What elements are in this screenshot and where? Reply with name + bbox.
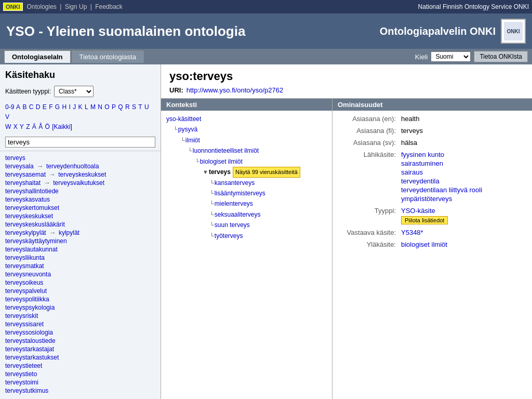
alpha-w[interactable]: W — [5, 123, 11, 130]
uri-link[interactable]: http://www.yso.fi/onto/yso/p2762 — [187, 86, 283, 94]
list-item: terveyslautakunnat — [5, 245, 155, 253]
vastaava-link[interactable]: Y5348* — [401, 229, 423, 236]
result-link[interactable]: terveysala — [5, 163, 34, 170]
result-link[interactable]: terveyshaitat — [5, 179, 41, 187]
tree-connector[interactable]: ▼ — [203, 167, 208, 177]
alpha-c[interactable]: C — [29, 103, 34, 111]
alpha-q[interactable]: Q — [118, 103, 123, 111]
result-link[interactable]: terveyssosiologia — [5, 329, 53, 336]
tyyppi-link[interactable]: YSO-käsite — [401, 207, 435, 215]
alpha-o[interactable]: O — [104, 103, 109, 111]
result-link[interactable]: terveyslautakunnat — [5, 246, 58, 253]
result-link[interactable]: terveyssisaret — [5, 321, 44, 328]
alpha-l[interactable]: L — [85, 103, 88, 111]
tree-link[interactable]: yso-käsitteet — [166, 114, 201, 124]
result-link[interactable]: terveysoikeus — [5, 279, 43, 286]
alpha-e[interactable]: E — [43, 103, 47, 111]
tree-link[interactable]: luonnontieteelliset ilmiöt — [193, 145, 259, 156]
alpha-a-uml[interactable]: Ä — [32, 123, 36, 130]
alpha-s[interactable]: S — [132, 103, 136, 111]
result-link[interactable]: terveyshallintotiede — [5, 188, 59, 195]
tree-node: └biologiset ilmiöt — [166, 156, 327, 167]
search-input[interactable] — [5, 137, 155, 148]
alpha-n[interactable]: N — [98, 103, 102, 111]
alpha-o-uml[interactable]: Ö — [45, 123, 50, 130]
tree-link[interactable]: pysyvä — [178, 124, 197, 135]
tab-ontologiaselaln[interactable]: Ontologiaselaln — [4, 50, 71, 63]
onki-info-button[interactable]: Tietoa ONKIsta — [474, 51, 528, 62]
tree-link[interactable]: mielenterveys — [215, 198, 253, 209]
tree-node: └luonnontieteelliset ilmiöt — [166, 145, 327, 156]
alpha-v[interactable]: V — [5, 113, 9, 121]
result-link[interactable]: terveystieteet — [5, 362, 42, 369]
lahikasite-link[interactable]: ympäristöterveys — [401, 195, 482, 203]
tree-link[interactable]: ilmiöt — [185, 135, 200, 145]
result-link[interactable]: terveyspolitiikka — [5, 296, 49, 303]
tree-link[interactable]: suun terveys — [215, 220, 250, 230]
lahikasite-link[interactable]: sairaus — [401, 168, 482, 176]
result-link[interactable]: terveystoimi — [5, 379, 38, 386]
alpha-i[interactable]: I — [69, 103, 71, 111]
alpha-kaikki[interactable]: [Kaikki] — [52, 123, 72, 130]
alpha-x[interactable]: X — [14, 123, 18, 130]
alpha-h[interactable]: H — [62, 103, 67, 111]
result-target-link[interactable]: terveydenhuoltoala — [46, 163, 99, 170]
alpha-a-ring[interactable]: Å — [38, 123, 43, 130]
result-link[interactable]: terveyskylpylät — [5, 229, 46, 236]
alpha-a[interactable]: A — [16, 103, 20, 111]
result-link[interactable]: terveysneuvonta — [5, 271, 51, 278]
lahikasite-link[interactable]: sairastuminen — [401, 159, 482, 167]
result-link[interactable]: terveystieto — [5, 370, 37, 378]
result-link[interactable]: terveyskasvatus — [5, 196, 50, 203]
result-link[interactable]: terveyskertomukset — [5, 204, 59, 211]
lahikasite-link[interactable]: fyysinen kunto — [401, 151, 482, 158]
tree-link[interactable]: lisääntymisterveys — [215, 188, 265, 198]
alpha-t[interactable]: T — [138, 103, 142, 111]
tree-link[interactable]: työterveys — [215, 231, 243, 241]
lang-select[interactable]: Suomi English Svenska — [431, 51, 471, 62]
tree-link[interactable]: seksuaaliterveys — [215, 209, 261, 220]
ontologies-link[interactable]: Ontologies — [27, 3, 57, 10]
result-link[interactable]: terveysmatkat — [5, 262, 44, 270]
result-target-link[interactable]: terveysvaikutukset — [53, 179, 104, 187]
alpha-m[interactable]: M — [90, 103, 96, 111]
lahikasite-link[interactable]: terveydentilaan liittyvä rooli — [401, 186, 482, 194]
alpha-u[interactable]: U — [144, 103, 149, 111]
alpha-y[interactable]: Y — [20, 123, 24, 130]
result-link[interactable]: terveysliikunta — [5, 254, 45, 261]
concept-type-select[interactable]: Class* Class Property — [54, 86, 94, 97]
alpha-z[interactable]: Z — [26, 123, 30, 130]
alpha-d[interactable]: D — [36, 103, 41, 111]
result-target-link[interactable]: kylpylät — [59, 229, 79, 236]
alpha-k[interactable]: K — [78, 103, 83, 111]
result-link[interactable]: terveystarkastukset — [5, 354, 59, 361]
pilot-badge[interactable]: Piilota lisätiedot — [401, 216, 448, 224]
result-target-link[interactable]: terveyskeskukset — [58, 171, 106, 178]
result-link[interactable]: terveystaloustiede — [5, 337, 56, 344]
result-link[interactable]: terveystarkastajat — [5, 345, 54, 353]
tree-link[interactable]: kansanterveys — [215, 178, 255, 188]
alpha-g[interactable]: G — [55, 103, 60, 111]
result-link[interactable]: terveyskäyttäytyminen — [5, 237, 67, 245]
result-link[interactable]: terveysriskit — [5, 312, 38, 320]
result-link[interactable]: terveys — [5, 154, 25, 162]
alpha-p[interactable]: P — [112, 103, 116, 111]
tab-tietoa-ontologiasta[interactable]: Tietoa ontologiasta — [72, 50, 144, 63]
alpha-j[interactable]: J — [73, 103, 76, 111]
result-link[interactable]: terveyspsykologia — [5, 304, 55, 311]
ylakasite-link[interactable]: biologiset ilmiöt — [401, 241, 447, 248]
show-neighbors-badge[interactable]: Näytä 99 vieruskäsitteitä — [233, 167, 300, 178]
alpha-f[interactable]: F — [49, 103, 52, 111]
result-link[interactable]: terveysasemat — [5, 171, 46, 178]
result-link[interactable]: terveystutkimus — [5, 387, 48, 394]
tree-link[interactable]: biologiset ilmiöt — [200, 156, 243, 167]
result-link[interactable]: terveyskeskuslääkärit — [5, 221, 65, 228]
signup-link[interactable]: Sign Up — [65, 3, 87, 10]
feedback-link[interactable]: Feedback — [95, 3, 123, 10]
result-link[interactable]: terveyskeskukset — [5, 212, 53, 220]
alpha-r[interactable]: R — [125, 103, 130, 111]
lahikasite-link[interactable]: terveydentila — [401, 177, 482, 185]
result-link[interactable]: terveyspalvelut — [5, 287, 47, 295]
alpha-09[interactable]: 0-9 — [5, 103, 14, 111]
alpha-b[interactable]: B — [22, 103, 26, 111]
